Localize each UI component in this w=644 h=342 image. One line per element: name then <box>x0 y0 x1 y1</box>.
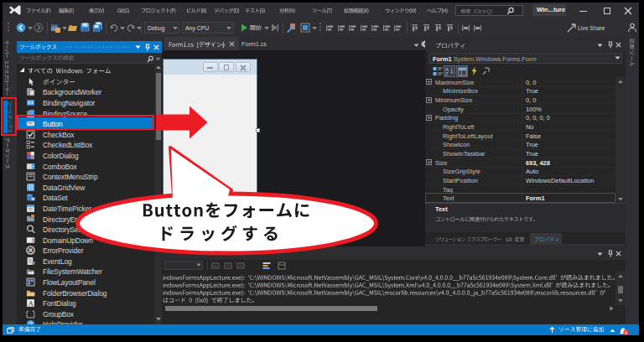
svg-text:Z: Z <box>445 71 449 75</box>
svg-text:A: A <box>29 299 34 308</box>
svg-text:4: 4 <box>625 330 627 335</box>
